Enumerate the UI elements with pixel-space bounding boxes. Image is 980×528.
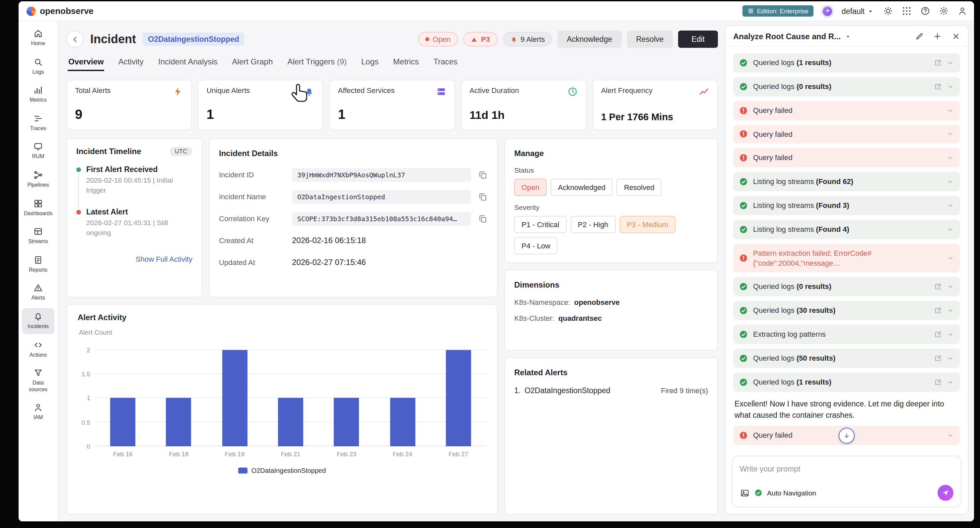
external-link-icon[interactable] bbox=[934, 378, 942, 386]
assistant-status-item[interactable]: Queried logs (1 results) bbox=[733, 373, 960, 392]
tab-alert-triggers[interactable]: Alert Triggers (9) bbox=[286, 54, 347, 71]
assistant-status-item[interactable]: Queried logs (30 results) bbox=[733, 301, 960, 321]
chart-bar[interactable] bbox=[278, 398, 303, 446]
severity-option-p4-low[interactable]: P4 - Low bbox=[514, 237, 558, 254]
sidebar-item-pipelines[interactable]: Pipelines bbox=[22, 167, 54, 192]
sidebar-item-logs[interactable]: Logs bbox=[22, 53, 54, 79]
copy-button[interactable] bbox=[478, 191, 488, 202]
sidebar-item-actions[interactable]: Actions bbox=[22, 337, 54, 362]
send-button[interactable] bbox=[937, 485, 953, 501]
sidebar-item-data-sources[interactable]: Data sources bbox=[22, 365, 54, 397]
tab-overview[interactable]: Overview bbox=[68, 54, 105, 71]
chevron-down-icon[interactable] bbox=[947, 107, 954, 114]
tab-metrics[interactable]: Metrics bbox=[393, 54, 419, 71]
assistant-status-item[interactable]: Queried logs (50 results) bbox=[733, 349, 960, 368]
chevron-down-icon[interactable] bbox=[947, 155, 954, 162]
chevron-down-icon[interactable] bbox=[947, 59, 954, 66]
external-link-icon[interactable] bbox=[934, 83, 942, 90]
help-icon[interactable] bbox=[920, 6, 930, 16]
sidebar-item-rum[interactable]: RUM bbox=[22, 139, 54, 164]
show-full-activity-link[interactable]: Show Full Activity bbox=[76, 255, 192, 263]
assistant-status-item[interactable]: Pattern extraction failed: ErrorCode# {"… bbox=[733, 244, 960, 273]
sidebar-item-metrics[interactable]: Metrics bbox=[22, 82, 54, 107]
external-link-icon[interactable] bbox=[934, 307, 942, 314]
assistant-status-item[interactable]: Query failed bbox=[733, 148, 960, 168]
sidebar-item-incidents[interactable]: Incidents bbox=[22, 308, 54, 334]
sidebar-item-dashboards[interactable]: Dashboards bbox=[22, 195, 54, 220]
tab-traces[interactable]: Traces bbox=[433, 54, 458, 71]
sidebar-item-reports[interactable]: Reports bbox=[22, 252, 54, 277]
theme-toggle-icon[interactable] bbox=[883, 6, 893, 16]
external-link-icon[interactable] bbox=[934, 283, 942, 290]
assistant-status-item[interactable]: Queried logs (1 results) bbox=[733, 53, 960, 72]
copy-button[interactable] bbox=[478, 170, 488, 180]
conversation-dropdown-caret[interactable] bbox=[845, 33, 851, 40]
apps-grid-icon[interactable] bbox=[902, 6, 912, 16]
external-link-icon[interactable] bbox=[934, 59, 942, 66]
external-link-icon[interactable] bbox=[934, 331, 942, 338]
chevron-down-icon[interactable] bbox=[947, 131, 954, 138]
sidebar-item-streams[interactable]: Streams bbox=[22, 223, 54, 249]
chevron-down-icon[interactable] bbox=[947, 254, 954, 262]
chevron-down-icon[interactable] bbox=[947, 83, 954, 90]
severity-option-p2-high[interactable]: P2 - High bbox=[571, 216, 616, 233]
user-profile-icon[interactable] bbox=[958, 6, 967, 16]
org-selector[interactable]: default bbox=[842, 7, 874, 15]
assistant-status-item[interactable]: Query failed bbox=[733, 124, 960, 144]
tab-alert-graph[interactable]: Alert Graph bbox=[232, 54, 274, 71]
copy-button[interactable] bbox=[478, 214, 488, 223]
severity-option-p1-critical[interactable]: P1 - Critical bbox=[514, 216, 566, 233]
chevron-down-icon[interactable] bbox=[947, 202, 954, 209]
chart-bar[interactable] bbox=[166, 398, 191, 446]
chevron-down-icon[interactable] bbox=[947, 355, 954, 362]
chevron-down-icon[interactable] bbox=[947, 226, 954, 233]
assistant-status-item[interactable]: Queried logs (0 results) bbox=[733, 277, 960, 297]
assistant-status-item[interactable]: Query failed bbox=[733, 100, 960, 120]
assistant-status-item[interactable]: Listing log streams (Found 3) bbox=[733, 196, 960, 215]
tab-activity[interactable]: Activity bbox=[118, 54, 144, 71]
chevron-down-icon[interactable] bbox=[947, 307, 954, 314]
tab-logs[interactable]: Logs bbox=[361, 54, 379, 71]
chart-bar[interactable] bbox=[390, 398, 415, 446]
sidebar-item-alerts[interactable]: Alerts bbox=[22, 280, 54, 306]
settings-icon[interactable] bbox=[939, 6, 949, 16]
chart-bar[interactable] bbox=[110, 398, 135, 446]
related-alert-item[interactable]: 1.O2DataIngestionStoppedFired 9 time(s) bbox=[514, 386, 708, 394]
status-item-icons bbox=[947, 178, 954, 185]
status-option-acknowledged[interactable]: Acknowledged bbox=[551, 179, 613, 196]
chart-bar[interactable] bbox=[334, 398, 359, 446]
assistant-status-item[interactable]: Queried logs (0 results) bbox=[733, 77, 960, 96]
tab-incident-analysis[interactable]: Incident Analysis bbox=[158, 54, 218, 71]
sidebar-item-traces[interactable]: Traces bbox=[22, 110, 54, 136]
badge-9-alerts[interactable]: 9 Alerts bbox=[503, 32, 552, 46]
chart-bar[interactable] bbox=[222, 350, 247, 446]
chart-bar[interactable] bbox=[446, 350, 471, 446]
resolve-button[interactable]: Resolve bbox=[627, 30, 673, 48]
conversation-title[interactable]: Analyze Root Cause and R... bbox=[733, 32, 841, 41]
assistant-status-item[interactable]: Listing log streams (Found 62) bbox=[733, 172, 960, 191]
chevron-down-icon[interactable] bbox=[947, 283, 954, 290]
chevron-down-icon[interactable] bbox=[947, 178, 954, 185]
sidebar-item-iam[interactable]: IAM bbox=[22, 399, 54, 425]
status-option-resolved[interactable]: Resolved bbox=[617, 179, 662, 196]
scroll-down-button[interactable] bbox=[839, 428, 854, 443]
back-button[interactable] bbox=[66, 30, 84, 48]
assistant-status-item[interactable]: Extracting log patterns bbox=[733, 325, 960, 344]
edit-conversation-icon[interactable] bbox=[915, 32, 924, 41]
sidebar-item-home[interactable]: Home bbox=[22, 25, 54, 51]
chevron-down-icon[interactable] bbox=[947, 378, 954, 386]
close-panel-icon[interactable] bbox=[951, 32, 960, 41]
chevron-down-icon[interactable] bbox=[947, 432, 954, 439]
image-upload-icon[interactable] bbox=[740, 488, 750, 498]
edit-button[interactable]: Edit bbox=[678, 30, 718, 48]
chevron-down-icon[interactable] bbox=[947, 331, 954, 338]
status-option-open[interactable]: Open bbox=[514, 179, 547, 196]
prompt-input[interactable] bbox=[740, 465, 953, 473]
assistant-status-item[interactable]: Listing log streams (Found 4) bbox=[733, 220, 960, 239]
ai-assistant-button[interactable]: ✦ bbox=[821, 4, 834, 18]
new-conversation-icon[interactable] bbox=[933, 32, 942, 41]
external-link-icon[interactable] bbox=[934, 355, 942, 362]
severity-option-p3-medium[interactable]: P3 - Medium bbox=[619, 216, 675, 233]
acknowledge-button[interactable]: Acknowledge bbox=[557, 30, 621, 48]
openobserve-logo[interactable]: openobserve bbox=[27, 6, 94, 16]
